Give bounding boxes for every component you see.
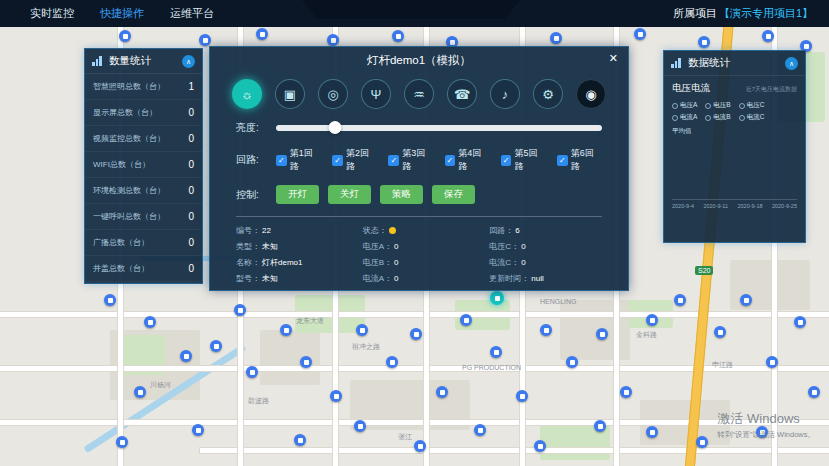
map-marker[interactable]	[460, 314, 472, 326]
detail-label: 类型：	[236, 241, 260, 252]
map-road	[200, 448, 829, 453]
data-panel-header: 数据统计	[664, 51, 805, 76]
x-axis-labels: 2020-9-42020-9-112020-9-182020-9-25	[672, 203, 797, 209]
map-marker[interactable]	[327, 34, 339, 46]
close-icon[interactable]: ✕	[609, 52, 618, 65]
stats-panel-title: 数量统计	[109, 54, 177, 68]
legend-item-3[interactable]: 电压C	[739, 101, 765, 110]
map-marker[interactable]	[234, 304, 246, 316]
loop-checkbox-1[interactable]: 第1回路	[276, 147, 321, 173]
map-marker[interactable]	[104, 294, 116, 306]
map-marker[interactable]	[246, 366, 258, 378]
loop-checkbox-3[interactable]: 第3回路	[388, 147, 433, 173]
map-marker[interactable]	[180, 350, 192, 362]
map-marker[interactable]	[474, 424, 486, 436]
map-marker[interactable]	[696, 436, 708, 448]
map-marker[interactable]	[794, 316, 806, 328]
map-marker[interactable]	[386, 356, 398, 368]
control-button-1[interactable]: 开灯	[276, 185, 319, 204]
map-marker[interactable]	[674, 294, 686, 306]
map-marker[interactable]	[714, 326, 726, 338]
alarm-icon[interactable]: ◉	[576, 79, 606, 109]
collapse-up-icon[interactable]	[182, 55, 195, 68]
project-selector[interactable]: 所属项目 【演示专用项目1】	[673, 6, 813, 21]
loop-checkbox-2[interactable]: 第2回路	[332, 147, 377, 173]
screen-icon[interactable]: ▣	[275, 79, 305, 109]
wifi-icon[interactable]: Ψ	[361, 79, 391, 109]
map-marker[interactable]	[646, 426, 658, 438]
loop-checkbox-5[interactable]: 第5回路	[501, 147, 546, 173]
map-marker-selected[interactable]	[490, 291, 504, 305]
control-button-3[interactable]: 策略	[380, 185, 423, 204]
map-marker[interactable]	[116, 436, 128, 448]
nav-tabs: 实时监控快捷操作运维平台	[30, 6, 214, 21]
brightness-slider-knob[interactable]	[328, 121, 341, 134]
map-marker[interactable]	[740, 294, 752, 306]
legend-label: 电压C	[747, 101, 765, 110]
map-marker[interactable]	[330, 390, 342, 402]
map-marker[interactable]	[414, 440, 426, 452]
map-marker[interactable]	[356, 324, 368, 336]
collapse-up-icon[interactable]	[785, 57, 798, 70]
map-marker[interactable]	[594, 420, 606, 432]
map-marker[interactable]	[199, 34, 211, 46]
nav-tab-2[interactable]: 快捷操作	[100, 6, 144, 21]
map-marker[interactable]	[300, 356, 312, 368]
map-marker[interactable]	[410, 328, 422, 340]
map-marker[interactable]	[134, 386, 146, 398]
map-marker[interactable]	[436, 386, 448, 398]
nav-tab-3[interactable]: 运维平台	[170, 6, 214, 21]
map-marker[interactable]	[280, 324, 292, 336]
detail-item: 电压C：0	[489, 241, 602, 252]
map-marker[interactable]	[490, 346, 502, 358]
call-icon[interactable]: ☎	[447, 79, 477, 109]
map-marker[interactable]	[119, 30, 131, 42]
map-marker[interactable]	[596, 328, 608, 340]
radio-icon	[672, 103, 678, 109]
gear-icon[interactable]: ⚙	[533, 79, 563, 109]
map-marker[interactable]	[634, 28, 646, 40]
lighting-icon[interactable]: ☼	[232, 79, 262, 109]
loop-checkbox-6[interactable]: 第6回路	[557, 147, 602, 173]
control-button-4[interactable]: 保存	[432, 185, 475, 204]
stat-value: 0	[188, 263, 194, 274]
map-marker[interactable]	[766, 356, 778, 368]
stat-label: 显示屏总数（台）	[93, 107, 157, 118]
top-navbar: 实时监控快捷操作运维平台 所属项目 【演示专用项目1】	[0, 0, 829, 27]
map-marker[interactable]	[392, 30, 404, 42]
map-marker[interactable]	[540, 324, 552, 336]
map-marker[interactable]	[256, 28, 268, 40]
legend-item-5[interactable]: 电流B	[705, 113, 730, 122]
map-marker[interactable]	[698, 36, 710, 48]
legend-item-6[interactable]: 电流C	[739, 113, 765, 122]
bar-chart-icon	[671, 58, 683, 68]
map-marker[interactable]	[550, 32, 562, 44]
legend-item-4[interactable]: 电流A	[672, 113, 697, 122]
map-marker[interactable]	[210, 340, 222, 352]
map-marker[interactable]	[354, 420, 366, 432]
map-marker[interactable]	[294, 434, 306, 446]
map-marker[interactable]	[762, 30, 774, 42]
environment-icon[interactable]: ♒	[404, 79, 434, 109]
checkbox-checked-icon	[276, 155, 287, 166]
legend-item-1[interactable]: 电压A	[672, 101, 697, 110]
detail-label: 型号：	[236, 273, 260, 284]
loop-label: 第5回路	[514, 147, 545, 173]
nav-tab-1[interactable]: 实时监控	[30, 6, 74, 21]
loop-checkbox-4[interactable]: 第4回路	[445, 147, 490, 173]
map-marker[interactable]	[534, 440, 546, 452]
map-marker[interactable]	[566, 356, 578, 368]
map-marker[interactable]	[620, 386, 632, 398]
control-button-2[interactable]: 关灯	[328, 185, 371, 204]
map-marker[interactable]	[192, 424, 204, 436]
broadcast-icon[interactable]: ♪	[490, 79, 520, 109]
map-marker[interactable]	[144, 316, 156, 328]
location-icon[interactable]: ◎	[318, 79, 348, 109]
radio-icon	[705, 115, 711, 121]
map-marker[interactable]	[646, 314, 658, 326]
map-marker[interactable]	[516, 390, 528, 402]
map-marker[interactable]	[808, 386, 820, 398]
legend-item-2[interactable]: 电压B	[705, 101, 730, 110]
brightness-slider[interactable]	[276, 125, 602, 131]
navbar-decoration	[302, 0, 520, 19]
